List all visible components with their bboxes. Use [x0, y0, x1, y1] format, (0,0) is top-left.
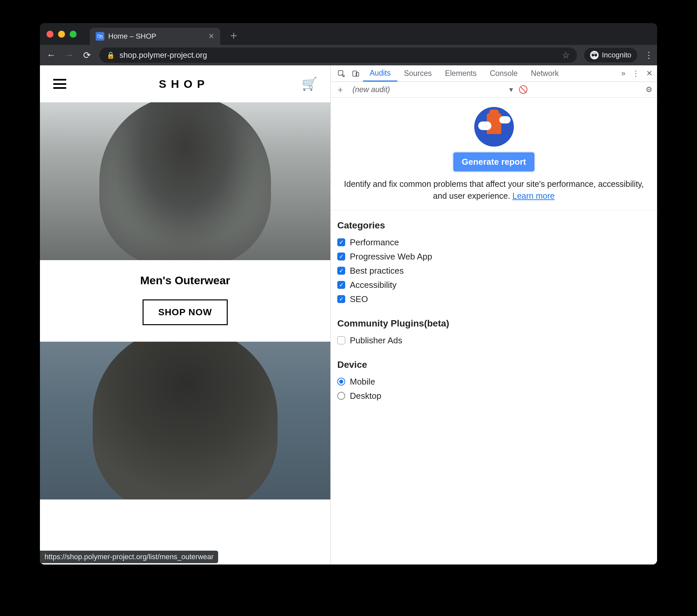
audits-options: Categories ✓Performance ✓Progressive Web… — [331, 210, 657, 425]
incognito-label: Incognito — [602, 51, 631, 59]
forward-button[interactable]: → — [64, 50, 74, 60]
plugins-heading: Community Plugins(beta) — [337, 318, 651, 329]
checkbox-icon[interactable]: ✓ — [337, 295, 345, 303]
category-label: Accessibility — [350, 280, 397, 290]
tab-audits[interactable]: Audits — [363, 65, 397, 82]
device-heading: Device — [337, 360, 651, 370]
url-text: shop.polymer-project.org — [119, 50, 558, 60]
clear-icon[interactable]: 🚫 — [518, 85, 528, 94]
checkbox-icon[interactable]: ✓ — [337, 281, 345, 289]
tab-close-icon[interactable]: ✕ — [208, 32, 214, 41]
cart-icon[interactable]: 🛒 — [302, 77, 317, 91]
incognito-icon: 🕶 — [590, 51, 599, 59]
hamburger-menu-icon[interactable] — [53, 79, 66, 89]
device-option[interactable]: Mobile — [337, 375, 651, 389]
checkbox-icon[interactable]: ✓ — [337, 238, 345, 246]
device-option[interactable]: Desktop — [337, 389, 651, 403]
audits-settings-gear-icon[interactable]: ⚙ — [646, 85, 652, 94]
browser-menu-button[interactable]: ⋮ — [644, 50, 651, 60]
browser-window: 🛍 Home – SHOP ✕ ＋ ← → ⟳ 🔒 shop.polymer-p… — [40, 23, 657, 564]
audit-dropdown-caret-icon[interactable]: ▾ — [509, 85, 513, 94]
device-group: Device Mobile Desktop — [337, 360, 651, 403]
new-audit-plus-icon[interactable]: ＋ — [335, 84, 345, 96]
site-header: SHOP 🛒 — [40, 65, 330, 102]
category-label: Best practices — [350, 266, 404, 276]
categories-group: Categories ✓Performance ✓Progressive Web… — [337, 220, 651, 306]
bookmark-star-icon[interactable]: ☆ — [562, 50, 569, 60]
address-bar[interactable]: 🔒 shop.polymer-project.org ☆ — [99, 47, 577, 63]
category-option[interactable]: ✓Performance — [337, 235, 651, 250]
plugin-label: Publisher Ads — [350, 335, 402, 346]
lock-icon: 🔒 — [107, 51, 115, 59]
site-viewport: SHOP 🛒 Men's Outerwear SHOP NOW https://… — [40, 65, 330, 564]
checkbox-icon[interactable]: ✓ — [337, 267, 345, 275]
browser-toolbar: ← → ⟳ 🔒 shop.polymer-project.org ☆ 🕶 Inc… — [40, 45, 657, 65]
category-label: SEO — [350, 294, 368, 304]
audits-subbar: ＋ (new audit) ▾ 🚫 ⚙ — [331, 82, 657, 98]
checkbox-icon[interactable]: ✓ — [337, 336, 345, 344]
plugin-option[interactable]: ✓Publisher Ads — [337, 334, 651, 348]
audits-hero: Generate report Identify and fix common … — [331, 98, 657, 210]
category-title: Men's Outerwear — [40, 274, 330, 287]
reload-button[interactable]: ⟳ — [81, 50, 92, 61]
learn-more-link[interactable]: Learn more — [513, 191, 555, 200]
devtools-tabbar: Audits Sources Elements Console Network … — [331, 65, 657, 82]
tab-network[interactable]: Network — [524, 65, 565, 82]
devtools-close-icon[interactable]: ✕ — [646, 69, 652, 78]
categories-heading: Categories — [337, 220, 651, 231]
incognito-badge[interactable]: 🕶 Incognito — [584, 48, 637, 62]
category-block: Men's Outerwear SHOP NOW — [40, 260, 330, 342]
device-toolbar-icon[interactable] — [348, 65, 363, 82]
device-label: Desktop — [350, 391, 381, 401]
window-controls — [46, 31, 77, 38]
category-option[interactable]: ✓Progressive Web App — [337, 250, 651, 264]
category-option[interactable]: ✓Best practices — [337, 264, 651, 278]
browser-tab[interactable]: 🛍 Home – SHOP ✕ — [90, 28, 220, 45]
site-logo[interactable]: SHOP — [159, 77, 209, 90]
window-close-button[interactable] — [46, 31, 54, 38]
tab-favicon-icon: 🛍 — [96, 32, 104, 41]
back-button[interactable]: ← — [46, 50, 56, 60]
devtools-menu-icon[interactable]: ⋮ — [632, 69, 640, 78]
more-tabs-icon[interactable]: » — [621, 69, 625, 78]
lighthouse-logo-icon — [474, 107, 514, 147]
category-label: Performance — [350, 237, 399, 248]
category-option[interactable]: ✓SEO — [337, 292, 651, 306]
tab-elements[interactable]: Elements — [438, 65, 483, 82]
category-label: Progressive Web App — [350, 251, 432, 262]
tab-console[interactable]: Console — [483, 65, 524, 82]
tab-title: Home – SHOP — [108, 32, 204, 41]
window-minimize-button[interactable] — [58, 31, 65, 38]
devtools-panel: Audits Sources Elements Console Network … — [330, 65, 657, 564]
generate-report-button[interactable]: Generate report — [454, 152, 534, 171]
shop-now-button[interactable]: SHOP NOW — [143, 299, 227, 325]
new-tab-button[interactable]: ＋ — [228, 28, 239, 43]
audits-blurb: Identify and fix common problems that af… — [341, 178, 647, 202]
status-bar-url: https://shop.polymer-project.org/list/me… — [40, 551, 218, 563]
category-option[interactable]: ✓Accessibility — [337, 278, 651, 292]
audit-dropdown-label[interactable]: (new audit) — [351, 85, 392, 94]
tab-strip: 🛍 Home – SHOP ✕ ＋ — [40, 23, 657, 45]
hero-image-mens-outerwear — [40, 102, 330, 260]
radio-icon[interactable] — [337, 378, 345, 385]
content-area: SHOP 🛒 Men's Outerwear SHOP NOW https://… — [40, 65, 657, 564]
device-label: Mobile — [350, 377, 375, 387]
plugins-group: Community Plugins(beta) ✓Publisher Ads — [337, 318, 651, 348]
inspect-element-icon[interactable] — [334, 65, 348, 82]
checkbox-icon[interactable]: ✓ — [337, 252, 345, 261]
hero-image-secondary — [40, 342, 330, 499]
radio-icon[interactable] — [337, 392, 345, 400]
tab-sources[interactable]: Sources — [397, 65, 438, 82]
window-zoom-button[interactable] — [70, 31, 77, 38]
